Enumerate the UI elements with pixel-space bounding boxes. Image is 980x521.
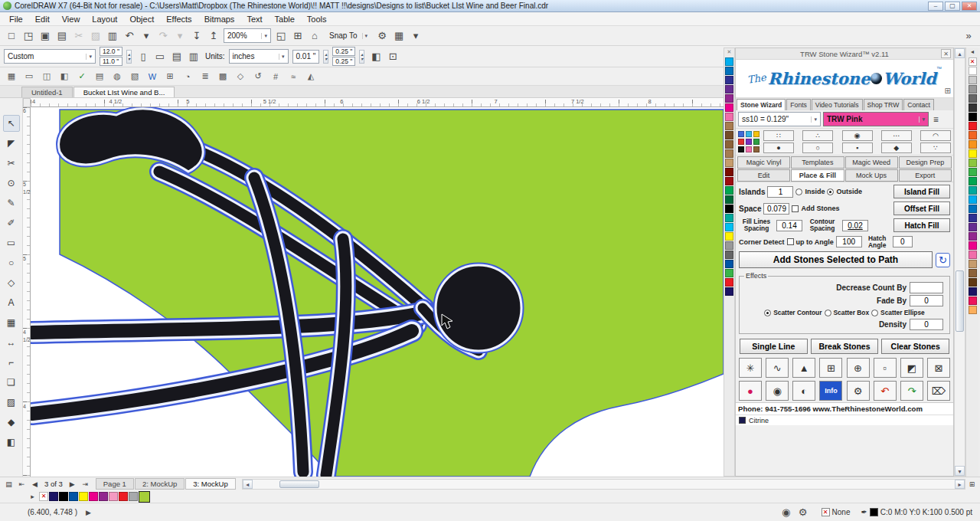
color-swatch[interactable]	[725, 223, 733, 231]
text-tool[interactable]: A	[3, 294, 20, 311]
redo-stones-icon[interactable]: ↷	[900, 381, 923, 401]
island-fill-button[interactable]: Island Fill	[893, 185, 950, 198]
trw-mode-tab[interactable]: Design Prep	[899, 156, 952, 169]
vertical-scrollbar[interactable]: ▴ ▾	[954, 48, 965, 477]
color-swatch[interactable]: ✕	[969, 57, 977, 66]
single-line-button[interactable]: Single Line	[740, 339, 808, 354]
units-select[interactable]: inches ▾	[229, 49, 289, 64]
color-swatch[interactable]	[725, 85, 733, 93]
application-launcher-icon[interactable]: ▦	[391, 28, 407, 44]
color-swatch[interactable]	[746, 146, 752, 152]
panel-grid-icon[interactable]: ⊞	[945, 87, 951, 95]
undo-dropdown-icon[interactable]: ▾	[139, 28, 154, 44]
trw-stone-icon[interactable]: ◍	[110, 70, 124, 84]
color-swatch[interactable]	[69, 492, 78, 501]
drop-shadow-tool[interactable]: ❏	[3, 374, 20, 391]
palette-scroll-icon[interactable]: ◂	[971, 48, 974, 57]
trw-circle-icon[interactable]: ◔	[181, 70, 194, 84]
artistic-media-tool[interactable]: ✐	[3, 215, 20, 231]
first-page-icon[interactable]: ⇤	[16, 479, 28, 490]
color-swatch[interactable]	[969, 232, 977, 241]
color-swatch[interactable]	[969, 177, 977, 185]
page-width-field[interactable]: 12.0 "	[100, 47, 122, 56]
select-stones-box-icon[interactable]: ▫	[874, 358, 897, 378]
trw-list-icon[interactable]: ≣	[198, 70, 212, 84]
align-stones-icon[interactable]: ▲	[792, 358, 815, 378]
redo-dropdown-icon[interactable]: ▾	[172, 28, 188, 44]
pick-tool[interactable]: ↖	[3, 115, 20, 132]
color-swatch[interactable]	[969, 260, 977, 268]
color-swatch[interactable]	[969, 214, 977, 222]
color-swatch[interactable]	[969, 195, 977, 204]
color-swatch[interactable]	[969, 103, 977, 112]
fade-by-input[interactable]	[910, 295, 943, 306]
color-swatch[interactable]	[725, 67, 733, 75]
inside-radio[interactable]	[795, 188, 802, 195]
show-rulers-icon[interactable]: ⊞	[290, 28, 305, 44]
scatter-to-path-icon[interactable]: ✳	[739, 358, 762, 378]
color-swatch[interactable]	[725, 94, 733, 103]
scroll-down-icon[interactable]: ▾	[955, 466, 965, 476]
trw-nav-tab[interactable]: Stone Wizard	[737, 99, 786, 110]
trw-vector-icon[interactable]: ◭	[304, 70, 318, 84]
trw-nav-tab[interactable]: Shop TRW	[864, 99, 903, 110]
dimension-tool[interactable]: ↔	[3, 334, 20, 351]
decrease-count-input[interactable]	[910, 282, 943, 293]
scrollbar-thumb[interactable]	[279, 480, 319, 488]
hatch-fill-button[interactable]: Hatch Fill	[893, 218, 950, 232]
vertical-ruler[interactable]: 65 1/254 1/24	[23, 107, 31, 477]
document-tab[interactable]: Untitled-1	[21, 87, 73, 97]
menu-item[interactable]: Bitmaps	[198, 13, 241, 25]
stone-arc-icon[interactable]: ◠	[920, 130, 951, 141]
document-tab[interactable]: Bucket LIst Wine and B...	[74, 87, 175, 97]
info-button[interactable]: Info	[819, 381, 842, 401]
proof-color-icon[interactable]: ◉	[779, 505, 794, 520]
document-settings-icon[interactable]: ⚙	[795, 505, 811, 520]
two-stones-icon[interactable]: ◉	[842, 130, 873, 141]
scatter-ellipse-radio[interactable]	[871, 310, 878, 316]
stone-pattern-tri-icon[interactable]: ∴	[802, 130, 833, 141]
color-swatch[interactable]	[969, 85, 977, 93]
select-stones-marquee-icon[interactable]: ◩	[900, 358, 923, 378]
color-swatch[interactable]	[969, 278, 977, 287]
minimize-button[interactable]: –	[928, 2, 943, 11]
page-height-field[interactable]: 11.0 "	[100, 57, 122, 66]
color-swatch[interactable]	[725, 113, 733, 121]
toolbar-overflow-icon[interactable]: »	[961, 28, 976, 44]
trw-nav-tab[interactable]: Contact	[903, 99, 934, 110]
color-swatch[interactable]	[79, 492, 88, 501]
settings-gear-icon[interactable]: ⚙	[847, 381, 870, 401]
scroll-up-icon[interactable]: ▴	[955, 48, 965, 58]
copy-icon[interactable]: ▨	[88, 28, 103, 44]
trw-nav-tab[interactable]: Fonts	[786, 99, 811, 110]
stone-pair-icon[interactable]: ◉	[766, 381, 789, 401]
maximize-button[interactable]: ▢	[945, 2, 960, 11]
duplicate-stepper[interactable]: ▴▾	[359, 50, 364, 64]
color-swatch[interactable]	[969, 94, 977, 103]
color-swatch[interactable]	[969, 149, 977, 158]
trw-wizard-icon[interactable]: W	[145, 70, 159, 84]
stone-grid-fill-icon[interactable]: ⊞	[819, 358, 842, 378]
color-swatch[interactable]	[725, 214, 733, 222]
menu-item[interactable]: Tools	[301, 13, 333, 25]
menu-item[interactable]: Text	[240, 13, 268, 25]
color-list-icon[interactable]: ≣	[931, 114, 941, 124]
offset-fill-button[interactable]: Offset Fill	[893, 202, 950, 215]
color-swatch[interactable]	[89, 492, 98, 501]
color-swatch[interactable]	[969, 251, 977, 259]
launcher-dropdown-icon[interactable]: ▾	[408, 28, 423, 44]
color-swatch[interactable]	[969, 131, 977, 139]
trw-mode-tab[interactable]: Templates	[791, 156, 844, 169]
page-tab[interactable]: 2: MockUp	[135, 478, 185, 490]
color-swatch[interactable]	[969, 241, 977, 250]
single-stone-icon[interactable]: ●	[763, 143, 794, 153]
nudge-field[interactable]: 0.01 "	[292, 50, 320, 64]
color-swatch[interactable]	[746, 131, 752, 137]
stone-line-icon[interactable]: ⋯	[881, 130, 912, 141]
treat-as-filled-icon[interactable]: ◧	[368, 49, 384, 64]
export-icon[interactable]: ↥	[206, 28, 221, 44]
cut-icon[interactable]: ✂	[71, 28, 87, 44]
menu-item[interactable]: Table	[269, 13, 301, 25]
palette-close-icon[interactable]: ✕	[727, 49, 732, 57]
undo-stones-icon[interactable]: ↶	[874, 381, 897, 401]
